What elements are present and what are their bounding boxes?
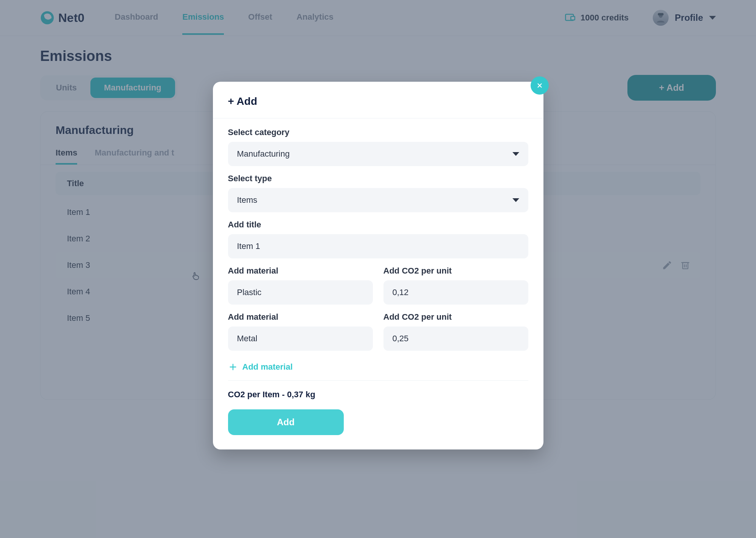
modal-title: + Add [228, 95, 528, 107]
material-label: Add material [228, 312, 373, 322]
material-input[interactable]: Metal [228, 327, 373, 351]
field-category: Select category Manufacturing [228, 128, 528, 166]
category-value: Manufacturing [237, 149, 290, 159]
material-value: Plastic [237, 288, 262, 297]
type-select[interactable]: Items [228, 188, 528, 212]
co2-total: CO2 per Item - 0,37 kg [228, 390, 528, 400]
material-row-2: Add material Metal Add CO2 per unit 0,25 [228, 312, 528, 358]
material-label: Add material [228, 266, 373, 276]
chevron-down-icon [512, 152, 519, 156]
submit-button[interactable]: Add [228, 409, 344, 435]
co2-label: Add CO2 per unit [383, 266, 528, 276]
title-label: Add title [228, 220, 528, 230]
co2-label: Add CO2 per unit [383, 312, 528, 322]
modal-overlay[interactable]: + Add Select category Manufacturing Sele… [0, 0, 756, 538]
add-modal: + Add Select category Manufacturing Sele… [213, 82, 543, 449]
co2-input[interactable]: 0,25 [383, 327, 528, 351]
modal-body: Select category Manufacturing Select typ… [213, 118, 543, 435]
add-material-button[interactable]: Add material [228, 358, 528, 381]
co2-value: 0,12 [393, 288, 409, 297]
chevron-down-icon [512, 198, 519, 202]
close-icon [536, 82, 543, 89]
material-row-1: Add material Plastic Add CO2 per unit 0,… [228, 266, 528, 312]
plus-icon [228, 362, 238, 372]
material-value: Metal [237, 334, 258, 344]
category-select[interactable]: Manufacturing [228, 142, 528, 166]
type-value: Items [237, 195, 258, 205]
type-label: Select type [228, 174, 528, 183]
add-material-label: Add material [242, 362, 293, 372]
co2-value: 0,25 [393, 334, 409, 344]
title-input[interactable]: Item 1 [228, 234, 528, 258]
co2-input[interactable]: 0,12 [383, 280, 528, 305]
title-value: Item 1 [237, 241, 260, 251]
modal-header: + Add [213, 82, 543, 118]
field-title: Add title Item 1 [228, 220, 528, 258]
field-type: Select type Items [228, 174, 528, 212]
close-button[interactable] [531, 76, 549, 95]
material-input[interactable]: Plastic [228, 280, 373, 305]
category-label: Select category [228, 128, 528, 137]
